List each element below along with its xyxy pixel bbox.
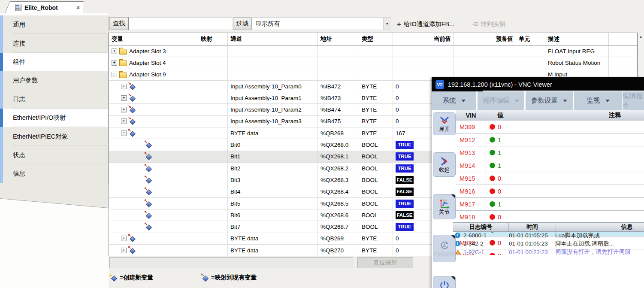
vnc-title-bar[interactable]: V2 192.168.1.200 (x11vnc) - VNC Viewer: [432, 77, 644, 91]
io-cell-type: [359, 45, 393, 57]
col-mapping[interactable]: 映射: [198, 33, 228, 45]
vin-row[interactable]: M913 1: [456, 146, 644, 159]
filter-dropdown[interactable]: 显示所有 ▼: [251, 17, 391, 30]
io-cell-mapping: [198, 139, 228, 150]
vin-row[interactable]: M912 1: [456, 133, 644, 146]
vnc-menu-button[interactable]: 参数设置: [526, 91, 573, 110]
corner-mark-icon: [451, 276, 455, 280]
io-cell-channel: Bit5: [228, 198, 318, 209]
vin-cell-name: M913: [456, 146, 486, 159]
log-table-header: 日志编号 时间 信息: [453, 222, 644, 232]
io-cell-channel: Bit3: [228, 174, 318, 185]
sidebar-item[interactable]: EtherNet/IPIEC对象: [0, 127, 108, 146]
expander-icon[interactable]: +: [121, 107, 127, 112]
vin-cell-comment: [515, 121, 644, 133]
find-input[interactable]: [129, 17, 232, 30]
corner-mark-icon: [451, 235, 455, 239]
col-prepared-value[interactable]: 预备值: [454, 33, 516, 45]
close-icon[interactable]: ✕: [76, 5, 80, 11]
state-dot-icon: [490, 163, 495, 168]
io-table-row[interactable]: + Adapter Slot 4 Robot Status Motion: [109, 57, 637, 69]
io-cell-type: BOOL: [359, 198, 393, 209]
log-row[interactable]: ! 2-342-2 01-01 01:05:23 脚本正在加载,请稍后...: [453, 239, 644, 248]
sidebar-item-label: 用户参数: [13, 76, 38, 85]
expander-icon[interactable]: +: [112, 60, 117, 66]
sidebar-item[interactable]: 信息: [0, 164, 108, 183]
col-type[interactable]: 类型: [359, 33, 393, 45]
goto-instance-button[interactable]: 转到实例: [471, 17, 518, 31]
expander-icon[interactable]: −: [112, 72, 117, 77]
col-value[interactable]: 值: [486, 110, 515, 121]
vin-row[interactable]: M918 0: [456, 211, 644, 224]
vin-row[interactable]: M915 0: [456, 172, 644, 185]
find-label: 查找: [109, 17, 129, 30]
vin-cell-value: 0: [486, 185, 515, 197]
io-cell-mapping: [198, 186, 228, 197]
vnc-menu-button[interactable]: 程序编辑: [478, 91, 524, 110]
col-vin[interactable]: VIN: [456, 110, 486, 121]
vnc-toolbar-button-expand-down[interactable]: 展开: [433, 112, 456, 135]
variable-icon: [145, 176, 152, 184]
col-log-id[interactable]: 日志编号: [453, 223, 509, 231]
col-address[interactable]: 地址: [318, 33, 359, 45]
log-level-icon: !: [455, 233, 463, 238]
io-cell-mapping: [198, 104, 228, 115]
vin-row[interactable]: M916 0: [456, 185, 644, 198]
col-current-value[interactable]: 当前值: [393, 33, 454, 45]
vnc-menu-button[interactable]: 系统: [432, 91, 476, 110]
warning-icon: !: [455, 249, 461, 255]
sidebar-item[interactable]: 连接: [0, 34, 108, 52]
vnc-menu-button[interactable]: 监视: [574, 91, 622, 110]
sidebar-item[interactable]: 状态: [0, 146, 108, 164]
expander-icon[interactable]: +: [121, 118, 127, 124]
expander-icon[interactable]: +: [121, 95, 127, 101]
io-cell-type: BYTE: [359, 92, 393, 103]
col-log-time[interactable]: 时间: [509, 223, 556, 231]
io-cell-type: BYTE: [359, 245, 393, 256]
io-cell-address: %IB472: [318, 81, 359, 92]
expander-icon[interactable]: +: [121, 248, 127, 253]
col-comment[interactable]: 注释: [515, 110, 644, 121]
vin-row[interactable]: M399 0: [456, 121, 644, 133]
col-channel[interactable]: 通道: [228, 33, 318, 45]
vin-value-text: 0: [498, 124, 501, 130]
io-cell-mapping: [198, 163, 228, 174]
col-description[interactable]: 描述: [545, 33, 609, 45]
sidebar-item[interactable]: 用户参数: [0, 71, 108, 90]
col-log-message[interactable]: 信息: [556, 223, 644, 231]
expander-icon[interactable]: +: [112, 49, 117, 54]
sidebar-item[interactable]: 组件: [0, 53, 108, 71]
sidebar-accent-strip: [0, 164, 3, 183]
io-cell-type: BOOL: [359, 174, 393, 185]
vnc-menu-button[interactable]: 编辑指令: [623, 91, 644, 110]
io-cell-channel: [228, 69, 318, 80]
vin-row[interactable]: M914 1: [456, 159, 644, 172]
io-cell-channel: Bit7: [228, 221, 318, 232]
sidebar-item[interactable]: 日志: [0, 90, 108, 109]
sidebar-item[interactable]: 通用: [0, 15, 108, 34]
expander-icon[interactable]: +: [121, 236, 127, 241]
col-variable[interactable]: 变量: [109, 33, 198, 45]
log-row[interactable]: ! 2-6000-1 01-01 01:05:25 Lua脚本加载完成: [453, 231, 644, 239]
sidebar-item[interactable]: EtherNet/IPI/O映射: [0, 109, 108, 127]
scroll-up-icon[interactable]: ▲: [638, 33, 644, 40]
vin-row[interactable]: M917 1: [456, 198, 644, 211]
vnc-toolbar-button-collapse-right[interactable]: 收起: [433, 152, 456, 177]
io-cell-address: [318, 57, 359, 68]
expander-icon[interactable]: +: [121, 84, 127, 89]
chevron-down-icon[interactable]: ▼: [383, 18, 391, 30]
log-id: 2-6000-1: [463, 232, 509, 239]
document-tab-elite-robot[interactable]: Elite_Robot ✕: [10, 1, 84, 13]
io-cell-mapping: [198, 198, 228, 209]
variable-icon: [129, 247, 136, 254]
col-unit[interactable]: 单元: [516, 33, 545, 45]
reset-mapping-button[interactable]: 复位映射: [357, 257, 413, 268]
vnc-toolbar-button-auto-loop[interactable]: 连续循环: [433, 235, 456, 262]
vnc-toolbar-button-power[interactable]: [433, 276, 456, 288]
vnc-toolbar-button-robot-joint[interactable]: 关节: [433, 194, 456, 219]
io-table-row[interactable]: + Adapter Slot 3 FLOAT Input REG: [109, 45, 637, 57]
io-cell-type: BYTE: [359, 116, 393, 127]
add-fb-button[interactable]: + 给IO通道添加FB...: [397, 17, 468, 31]
log-row[interactable]: ! 1-92C-1 01-01 00:22:23 伺服没有打开，请先打开伺服: [453, 248, 644, 255]
expander-icon[interactable]: −: [121, 130, 127, 136]
